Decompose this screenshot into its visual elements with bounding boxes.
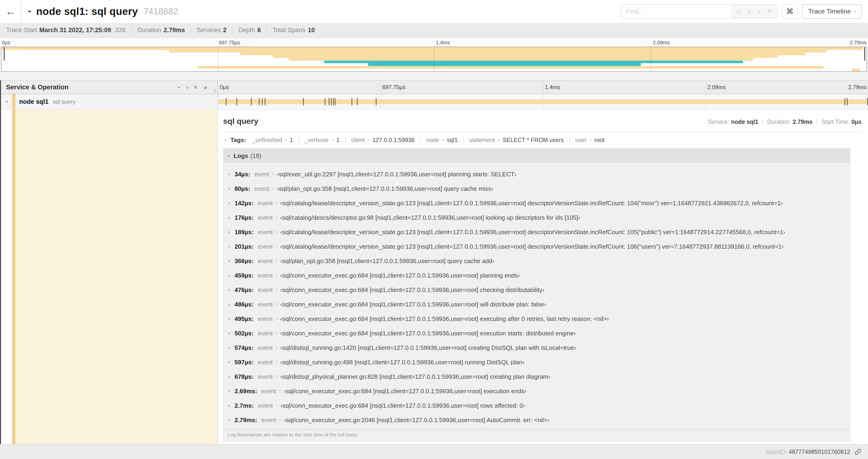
minimap-span-bar: [289, 58, 753, 61]
logs-accordion-header[interactable]: › Logs (18): [223, 149, 850, 163]
log-entry[interactable]: ›201µs:event=‹sql/catalog/lease/descript…: [228, 239, 846, 254]
timeline-tick-label: 2.09ms: [653, 40, 670, 46]
chevron-right-icon: ›: [228, 201, 230, 206]
tag-item[interactable]: node=sql1: [426, 137, 458, 143]
log-entry[interactable]: ›34µs:event=‹sql/exec_util.go:2297 [nsql…: [228, 167, 846, 182]
trace-id: 7418682: [144, 6, 178, 17]
span-detail-highlight: [16, 110, 217, 444]
log-entry[interactable]: ›142µs:event=‹sql/catalog/lease/descript…: [228, 196, 846, 210]
collapse-all-icon[interactable]: »: [193, 86, 199, 89]
logs-footnote: Log timestamps are relative to the start…: [223, 429, 850, 441]
equals-sign: =: [275, 287, 278, 293]
tag-item[interactable]: _verbose=1: [305, 137, 340, 143]
log-entry[interactable]: ›476µs:event=‹sql/conn_executor_exec.go:…: [228, 283, 846, 297]
find-next-icon[interactable]: ∨: [754, 8, 765, 15]
minimap-canvas[interactable]: [1, 47, 867, 72]
log-timestamp: 2.69ms:: [235, 388, 257, 395]
chevron-down-icon[interactable]: ›: [4, 101, 10, 103]
log-value: ‹sql/plan_opt.go:358 [nsql1,client=127.0…: [277, 185, 493, 192]
span-detail-title: sql query: [223, 117, 258, 126]
equals-sign: =: [275, 374, 278, 380]
minimap-scrubber-left[interactable]: [4, 47, 5, 61]
log-entry[interactable]: ›80µs:event=‹sql/plan_opt.go:358 [nsql1,…: [228, 182, 846, 196]
log-entry[interactable]: ›2.69ms:event=‹sql/conn_executor_exec.go…: [228, 384, 846, 398]
logs-label: Logs: [234, 152, 248, 160]
log-entry[interactable]: ›597µs:event=‹sql/distsql_running.go:498…: [228, 355, 846, 369]
log-entry[interactable]: ›366µs:event=‹sql/plan_opt.go:358 [nsql1…: [228, 254, 846, 268]
tag-item[interactable]: user=root: [576, 137, 604, 143]
minimap-span-bar: [368, 63, 641, 66]
chevron-right-icon: ›: [228, 302, 230, 307]
column-resize-grip[interactable]: ‖: [214, 88, 216, 94]
log-entry[interactable]: ›495µs:event=‹sql/conn_executor_exec.go:…: [228, 312, 846, 326]
top-header: ← › node sql1: sql query 7418682 ◎ ∧ ∨ ✕…: [0, 0, 868, 23]
log-timestamp: 2.7ms:: [235, 402, 254, 409]
span-row[interactable]: › node sql1 sql query: [0, 94, 868, 110]
log-timestamp: 597µs:: [235, 359, 253, 366]
log-value: ‹sql/plan_opt.go:358 [nsql1,client=127.0…: [280, 258, 494, 265]
log-value: ‹sql/conn_executor_exec.go:684 [nsql1,cl…: [280, 286, 545, 294]
log-key: event: [258, 402, 273, 409]
back-button[interactable]: ←: [0, 0, 22, 23]
minimap-scrubber-right[interactable]: [864, 47, 865, 61]
equals-sign: =: [275, 272, 278, 278]
trace-summary-bar: Trace StartMarch 31 2022, 17:25:09.326 D…: [0, 23, 868, 38]
log-entry[interactable]: ›678µs:event=‹sql/distsql_physical_plann…: [228, 369, 846, 384]
log-timestamp: 502µs:: [235, 330, 253, 337]
log-timestamp: 678µs:: [235, 373, 253, 381]
view-select-button[interactable]: Trace Timeline ›: [802, 4, 862, 19]
collapse-one-icon[interactable]: ›: [176, 86, 182, 88]
log-entry[interactable]: ›176µs:event=‹sql/catalog/descs/descript…: [228, 210, 846, 225]
tag-key: _unfinished: [252, 137, 282, 143]
tag-key: statement: [469, 137, 495, 143]
tag-item[interactable]: _unfinished=1: [252, 137, 293, 143]
span-overview-item: Service:node sql1: [708, 119, 758, 125]
find-prev-icon[interactable]: ∧: [744, 8, 754, 15]
chevron-right-icon[interactable]: ›: [224, 138, 226, 143]
log-entry[interactable]: ›486µs:event=‹sql/conn_executor_exec.go:…: [228, 297, 846, 312]
service-color-stripe: [12, 94, 16, 109]
tag-value: root: [594, 137, 604, 143]
minimap-span-bar: [324, 61, 743, 63]
log-timestamp: 80µs:: [235, 185, 250, 192]
gridline: [218, 47, 218, 71]
keyboard-shortcuts-button[interactable]: ⌘: [782, 4, 798, 19]
expand-one-icon[interactable]: ›: [186, 84, 188, 90]
log-entry[interactable]: ›2.7ms:event=‹sql/conn_executor_exec.go:…: [228, 398, 846, 413]
log-entry[interactable]: ›459µs:event=‹sql/conn_executor_exec.go:…: [228, 268, 846, 283]
service-operation-title: Service & Operation: [6, 84, 69, 91]
span-row-name-cell[interactable]: › node sql1 sql query: [0, 94, 218, 109]
log-timestamp: 34µs:: [235, 171, 250, 178]
log-entry[interactable]: ›502µs:event=‹sql/conn_executor_exec.go:…: [228, 326, 846, 340]
span-row-timeline-cell[interactable]: [218, 94, 868, 109]
timeline-tick-label: 2.09ms: [708, 84, 726, 91]
service-operation-header: Service & Operation › › » » ‖: [0, 81, 218, 94]
equals-sign: =: [275, 215, 278, 221]
divider: [267, 27, 267, 34]
minimap-span-bar: [169, 50, 826, 53]
expand-all-icon[interactable]: »: [204, 84, 207, 90]
tags-row[interactable]: ›Tags:_unfinished=1_verbose=1client=127.…: [223, 136, 862, 144]
link-icon[interactable]: [855, 448, 862, 455]
log-key: event: [254, 171, 269, 178]
span-duration-bar[interactable]: [218, 99, 868, 104]
log-timestamp: 495µs:: [235, 315, 253, 323]
logs-accordion: › Logs (18) ›34µs:event=‹sql/exec_util.g…: [223, 148, 850, 441]
trace-timeline-page: ← › node sql1: sql query 7418682 ◎ ∧ ∨ ✕…: [0, 0, 868, 459]
log-entry[interactable]: ›189µs:event=‹sql/catalog/lease/descript…: [228, 225, 846, 239]
tag-item[interactable]: statement=SELECT * FROM users: [469, 137, 564, 143]
chevron-right-icon: ›: [228, 215, 230, 220]
log-key: event: [258, 330, 273, 337]
find-suffix: ◎ ∧ ∨ ✕: [731, 5, 777, 18]
log-entry[interactable]: ›574µs:event=‹sql/distsql_running.go:142…: [228, 340, 846, 355]
collapse-trace-chevron-icon[interactable]: ›: [26, 10, 34, 12]
tag-item[interactable]: client=127.0.0.1:59936: [351, 137, 415, 143]
span-id-value: 4877749850101760812: [789, 449, 850, 455]
find-input[interactable]: [621, 5, 731, 18]
divider: [223, 131, 862, 132]
clear-find-icon[interactable]: ✕: [765, 8, 775, 15]
log-value: ‹sql/catalog/lease/descriptor_version_st…: [280, 229, 785, 236]
locate-icon[interactable]: ◎: [734, 8, 744, 15]
log-entry[interactable]: ›2.79ms:event=‹sql/conn_executor_exec.go…: [228, 413, 846, 427]
gridline: [543, 81, 544, 94]
